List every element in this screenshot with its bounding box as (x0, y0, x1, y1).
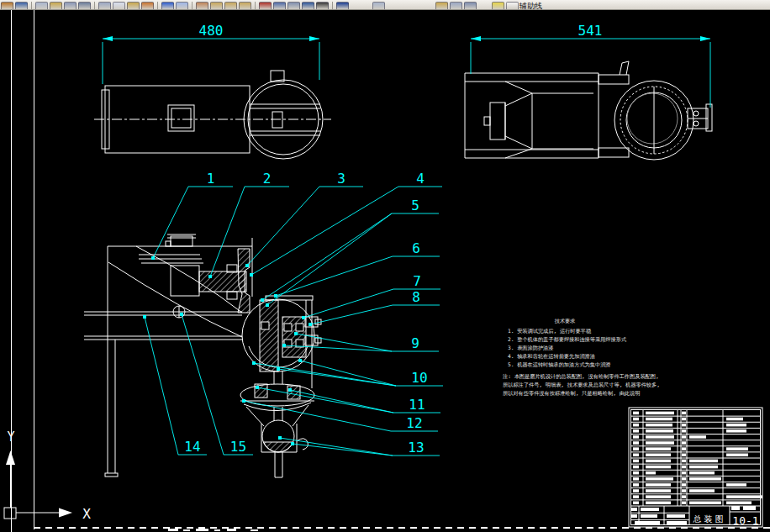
top-view-geometry (94, 71, 331, 159)
leader-point (256, 386, 259, 389)
balloon-14: 14 (184, 439, 200, 455)
parts-list-entry (633, 466, 639, 469)
parts-list-entry (682, 418, 686, 421)
parts-list-entry (633, 412, 639, 415)
layer-name-label[interactable]: 辅助线 (519, 2, 542, 10)
parts-list-entry (689, 501, 721, 504)
parts-list-entry (689, 466, 718, 469)
side-view-geometry (465, 61, 712, 160)
parts-list-entry (682, 441, 686, 445)
parts-list-entry (633, 441, 639, 445)
text-style-icon[interactable] (259, 2, 272, 9)
cut-icon[interactable] (98, 2, 111, 9)
open-file-icon[interactable] (50, 2, 62, 9)
notes-item: 3. 表面涂防护油漆 (508, 345, 554, 351)
parts-list-entry (633, 495, 639, 498)
undo-arrow-icon[interactable] (1, 2, 13, 9)
notes-remark: 所以对有些零件没有按标准绘制, 只是粗略绘制, 由此说明 (503, 390, 640, 397)
title-block-entry (743, 506, 756, 510)
paste-icon[interactable] (127, 2, 140, 9)
dimension-541: 541 (471, 23, 710, 108)
toolbar-separator (192, 2, 192, 9)
table-icon[interactable] (316, 2, 329, 9)
undo-icon[interactable] (161, 2, 174, 9)
drawing-number-text: 10-1 (732, 514, 758, 527)
balloon-2: 2 (263, 171, 272, 187)
leader-point (252, 361, 256, 365)
make-layer-current-icon[interactable] (450, 2, 462, 9)
layer-previous-icon[interactable] (464, 2, 477, 9)
redo-icon[interactable] (176, 2, 188, 9)
title-block-entry (731, 506, 740, 510)
drawing-canvas[interactable]: 480 (0, 0, 770, 532)
balloon-13: 13 (408, 440, 424, 456)
parts-list-entry (682, 424, 686, 427)
parts-list-entry (646, 466, 671, 469)
ucs-icon: Y X (4, 429, 91, 522)
dim-style-icon[interactable] (273, 2, 286, 9)
layer-color-box-icon[interactable] (506, 2, 519, 9)
leader-point (302, 316, 305, 319)
lightbulb-icon[interactable] (492, 2, 504, 9)
parts-list-entry (682, 453, 686, 456)
balloon-5: 5 (411, 198, 419, 213)
parts-list-entry (633, 447, 639, 450)
notes-item: 1. 安装调试完成后, 运行时要平稳 (508, 328, 592, 334)
parts-list-entry (633, 483, 639, 487)
toolbar: 辅助线 (0, 0, 770, 10)
render-icon[interactable] (302, 2, 314, 9)
toolbar-separator (332, 2, 333, 9)
parts-list-entry (646, 460, 671, 463)
leader-point (261, 298, 264, 302)
parts-list-entry (646, 495, 671, 498)
leader-line (257, 387, 393, 413)
save-icon[interactable] (15, 2, 28, 9)
balloon-11: 11 (409, 397, 425, 413)
balloon-3: 3 (337, 171, 345, 187)
copy-icon[interactable] (113, 2, 125, 9)
balloon-1: 1 (207, 171, 215, 187)
leader-line (145, 317, 178, 455)
plot-preview-icon[interactable] (78, 2, 91, 9)
plot-icon[interactable] (64, 2, 76, 9)
leader-line (276, 256, 393, 296)
match-properties-icon[interactable] (141, 2, 154, 9)
parts-list-entry (633, 418, 639, 421)
parts-list-entry (682, 489, 686, 492)
cad-application-window: 辅助线 (0, 0, 770, 532)
toolbar-separator (94, 2, 95, 9)
ucs-y-arrow-icon (6, 450, 15, 465)
leader-point (291, 442, 294, 445)
leader-point (245, 264, 249, 267)
pan-icon[interactable] (196, 2, 208, 9)
notes-remark: 所以标注了件号, 明细表, 技术要求及总装尺寸等, 机器零件较多, (503, 382, 660, 388)
leader-line (182, 314, 224, 455)
parts-list-entry (682, 477, 686, 481)
leader-point (294, 332, 298, 335)
parts-list-entry (646, 435, 674, 439)
parts-list-entry (646, 501, 671, 504)
leader-line (247, 187, 319, 266)
drawing-name-text: 总装图 (694, 514, 726, 524)
title-block-entry (667, 521, 687, 524)
parts-list-entry (646, 483, 671, 487)
layer-state-icon[interactable] (435, 2, 448, 9)
dimension-480-text: 480 (199, 23, 224, 39)
zoom-window-icon[interactable] (224, 2, 237, 9)
zoom-realtime-icon[interactable] (210, 2, 223, 9)
help-icon[interactable] (336, 2, 349, 9)
notes-item: 5. 机器在运转时轴承的加油方式为集中润滑 (508, 361, 611, 368)
new-file-icon[interactable] (35, 2, 48, 9)
toolbar-spacer (477, 8, 491, 9)
dimension-541-text: 541 (578, 23, 603, 39)
balloon-6: 6 (412, 240, 420, 256)
layer-properties-icon[interactable] (287, 2, 300, 9)
balloon-15: 15 (230, 439, 246, 455)
parts-list-entry (646, 489, 671, 492)
zoom-previous-icon[interactable] (239, 2, 251, 9)
parts-list-entry (689, 435, 706, 439)
layers-panel-icon[interactable] (372, 2, 385, 9)
parts-list-entry (726, 453, 748, 456)
parts-list-entry (682, 483, 686, 487)
parts-list-entry (633, 424, 639, 427)
